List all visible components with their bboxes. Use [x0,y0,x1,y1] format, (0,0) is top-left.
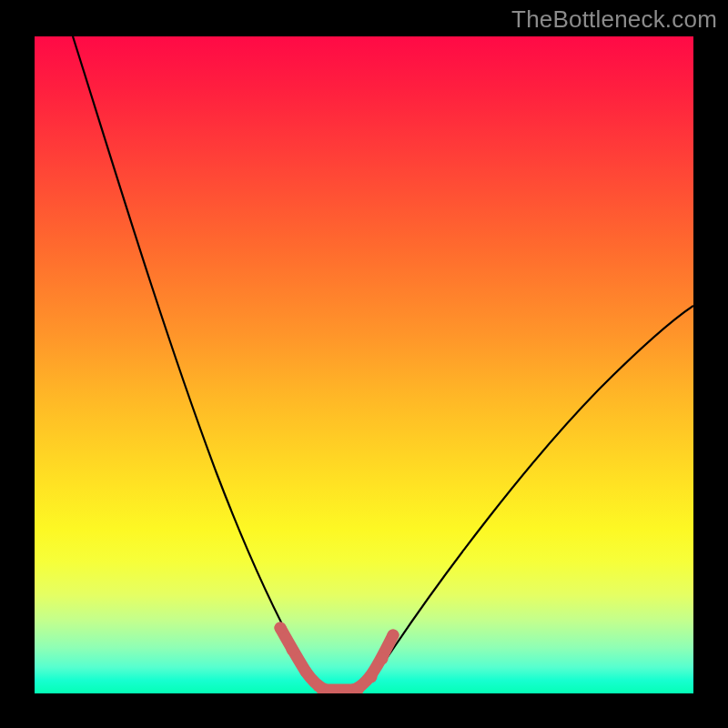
main-curve-path [73,36,693,692]
marker-dot [313,681,325,693]
gradient-plot-area [35,36,693,693]
marker-dot [275,622,287,634]
marker-dot [366,672,378,683]
chart-frame: TheBottleneck.com [0,0,728,728]
bottleneck-curve-svg [35,36,693,693]
marker-group [280,628,393,690]
marker-dot [300,666,312,678]
marker-dot [377,653,389,665]
marker-dot [287,644,298,656]
marker-dot [388,630,399,642]
watermark-text: TheBottleneck.com [511,5,717,34]
